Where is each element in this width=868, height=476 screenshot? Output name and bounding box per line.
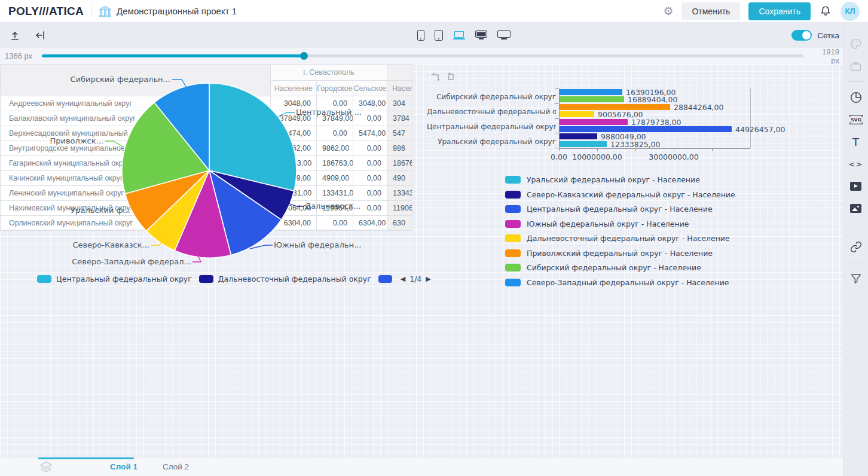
x-axis-tick (674, 148, 674, 151)
legend-swatch (505, 279, 521, 286)
tab-layer-2[interactable]: Слой 2 (163, 462, 189, 471)
layers-bar: Слой 1 Слой 2 (0, 457, 843, 476)
pie-label-2: Южный федеральн... (274, 240, 361, 249)
sidebar-divider-2 (849, 263, 863, 263)
widgets-sidebar: SVG T <> (843, 23, 868, 476)
filter-icon[interactable] (848, 271, 864, 286)
app-screen: POLY///ATICA Демонстрационный проект 1 ⚙… (0, 0, 868, 476)
editor-toolbar: Сетка (0, 23, 868, 48)
slider-min-label: 1366 px (5, 51, 33, 60)
device-desktop-icon[interactable] (475, 30, 487, 40)
upload-icon[interactable] (10, 30, 20, 41)
slider-fill (42, 54, 304, 57)
legend-prev-icon[interactable]: ◀ (401, 275, 405, 283)
cancel-button[interactable]: Отменить (681, 2, 740, 20)
width-slider[interactable] (42, 54, 803, 57)
legend-label: Центральный федеральный округ - Населени… (527, 205, 713, 213)
notifications-bell-icon[interactable] (819, 5, 832, 18)
pie-legend-item-1[interactable]: Дальневосточный федеральный округ (199, 274, 371, 283)
bar-legend-item-1[interactable]: Северо-Кавказский федеральный округ - На… (505, 190, 735, 199)
code-widget-icon[interactable]: <> (848, 156, 864, 172)
legend-swatch (505, 176, 521, 184)
bar-0[interactable] (560, 89, 622, 95)
bar-legend-item-7[interactable]: Северо-Западный федеральный округ - Насе… (505, 278, 735, 287)
bar-legend-item-2[interactable]: Центральный федеральный округ - Населени… (505, 205, 735, 213)
bar-legend-item-4[interactable]: Дальневосточный федеральный округ - Насе… (505, 234, 735, 243)
bar-2[interactable] (560, 104, 670, 110)
image-widget-icon[interactable] (848, 200, 864, 216)
pie-legend-item-2[interactable] (378, 274, 392, 283)
settings-gear-icon[interactable]: ⚙ (663, 5, 673, 17)
bar-category-label-1: Дальневосточный федеральный ок... (427, 108, 556, 116)
pie-leader-line-6 (105, 141, 124, 147)
crop-icon[interactable] (430, 72, 441, 82)
legend-swatch (505, 264, 521, 271)
pie-legend: Центральный федеральный округДальневосто… (37, 274, 431, 283)
bar-5[interactable] (560, 126, 732, 132)
x-axis-tick (597, 148, 598, 151)
pie-label-0: Центральный ... (296, 108, 362, 117)
pie-legend-items: Центральный федеральный округДальневосто… (37, 274, 392, 283)
link-icon[interactable] (848, 239, 864, 255)
polymatica-logo: POLY///ATICA (8, 5, 84, 18)
dashboard-canvas: Центральный ...Дальневост...Южный федера… (0, 64, 843, 457)
legend-label: Дальневосточный федеральный округ (218, 274, 371, 283)
device-phone-icon[interactable] (417, 30, 424, 41)
bar-1[interactable] (560, 96, 624, 102)
legend-swatch (505, 234, 521, 242)
device-laptop-icon[interactable] (453, 31, 465, 40)
device-tablet-icon[interactable] (435, 30, 443, 41)
x-axis-tick (712, 148, 713, 151)
legend-label: Сибирский федеральный округ - Население (527, 263, 701, 272)
legend-swatch (199, 275, 213, 283)
pie-label-6: Приволжск... (50, 136, 103, 145)
slider-max-label: 1919 px (812, 47, 839, 65)
grid-toggle-label: Сетка (817, 31, 839, 40)
tab-layer-1[interactable]: Слой 1 (110, 462, 137, 471)
bar-legend-item-0[interactable]: Уральский федеральный округ - Население (505, 175, 735, 184)
bar-legend-item-6[interactable]: Сибирский федеральный округ - Население (505, 263, 735, 272)
legend-label: Южный федеральный округ - Население (527, 219, 689, 228)
legend-label: Центральный федеральный округ (56, 274, 192, 283)
bar-4[interactable] (560, 119, 628, 125)
bar-category-label-3: Уральский федеральный округ (427, 138, 556, 146)
collapse-left-icon[interactable] (35, 30, 45, 41)
legend-label: Дальневосточный федеральный округ - Насе… (527, 234, 730, 243)
layers-icon[interactable] (39, 461, 53, 473)
save-button[interactable]: Сохранить (748, 2, 811, 20)
device-tv-icon[interactable] (497, 30, 511, 40)
bar-3[interactable] (560, 111, 594, 117)
x-axis-tick (559, 148, 560, 151)
video-widget-icon[interactable] (848, 178, 864, 194)
pie-legend-item-0[interactable]: Центральный федеральный округ (37, 274, 192, 283)
slider-thumb[interactable] (300, 52, 308, 60)
svg-widget-icon[interactable]: SVG (848, 112, 864, 127)
legend-swatch (505, 220, 521, 228)
text-widget-icon[interactable]: T (848, 134, 864, 149)
pie-chart-widget: Центральный ...Дальневост...Южный федера… (29, 68, 416, 290)
bar-value-2: 28844264,00 (674, 103, 724, 112)
chart-widget-icon[interactable] (848, 90, 864, 105)
user-avatar[interactable]: КЛ (841, 2, 860, 21)
bar-value-5: 44926457,00 (735, 125, 786, 134)
bar-6[interactable] (560, 133, 597, 139)
grid-toggle[interactable] (791, 30, 812, 41)
bar-legend-item-3[interactable]: Южный федеральный округ - Население (505, 219, 735, 228)
bar-chart-widget: 16390196,0016889404,0028844264,009005676… (427, 70, 786, 346)
legend-swatch (378, 275, 392, 283)
top-header: POLY///ATICA Демонстрационный проект 1 ⚙… (0, 0, 868, 23)
legend-page-indicator: 1/4 (409, 274, 421, 283)
bar-7[interactable] (560, 141, 607, 147)
widget-drawer-icon (848, 58, 864, 74)
bar-legend-item-5[interactable]: Приволжский федеральный округ - Населени… (505, 249, 735, 258)
bar-value-4: 17879738,00 (631, 118, 681, 127)
x-tick-label: 10000000,00 (572, 152, 622, 161)
bar-category-label-2: Центральный федеральный округ (427, 123, 556, 131)
header-divider (91, 5, 91, 17)
palette-icon (848, 36, 864, 51)
table-hscrollbar-thumb[interactable] (38, 457, 134, 459)
svg-badge-text: SVG (850, 117, 861, 123)
canvas-width-slider-row: 1366 px 1919 px (0, 48, 843, 64)
y-axis-tick (555, 118, 559, 119)
undo-box-icon[interactable] (446, 72, 456, 82)
